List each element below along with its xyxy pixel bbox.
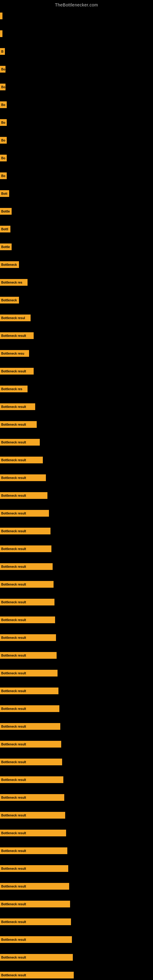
row-gap bbox=[0, 518, 153, 527]
bar-label: Bottleneck result bbox=[1, 760, 26, 764]
bar: Bottleneck result bbox=[0, 616, 55, 623]
bar-label: Bott bbox=[1, 192, 7, 196]
bar: Bottleneck result bbox=[0, 403, 35, 410]
bar: Bottleneck result bbox=[0, 581, 54, 588]
bar-label: Bottleneck result bbox=[1, 476, 26, 480]
bar-label: Bo bbox=[1, 156, 5, 160]
bar-label: Bo bbox=[1, 86, 5, 89]
bar-row: Bottleneck res bbox=[0, 385, 153, 393]
bar-label: Bottl bbox=[1, 228, 8, 231]
bar: Bottleneck result bbox=[0, 652, 57, 659]
bar-label: Bottleneck result bbox=[1, 814, 26, 817]
bar: Bottleneck result bbox=[0, 421, 37, 428]
row-gap bbox=[0, 234, 153, 243]
bar: Bottleneck result bbox=[0, 794, 64, 801]
bar-label: Bottleneck result bbox=[1, 618, 26, 622]
row-gap bbox=[0, 962, 153, 971]
row-gap bbox=[0, 678, 153, 687]
bar-label: Bottleneck result bbox=[1, 530, 26, 533]
row-gap bbox=[0, 56, 153, 65]
row-gap bbox=[0, 625, 153, 633]
row-gap bbox=[0, 927, 153, 935]
bar-label: Bottleneck result bbox=[1, 902, 26, 906]
bar-label: Bottleneck result bbox=[1, 743, 26, 746]
bar: Bo bbox=[0, 119, 7, 126]
bar-row: Bo bbox=[0, 154, 153, 162]
bar: Bottleneck result bbox=[0, 723, 60, 730]
bar-row: Bottleneck result bbox=[0, 971, 153, 979]
bar-row: Bottleneck result bbox=[0, 598, 153, 606]
bar-label: Bottleneck resul bbox=[1, 317, 25, 320]
bar-row: Bottleneck result bbox=[0, 633, 153, 642]
bar-row: Bo bbox=[0, 100, 153, 109]
row-gap bbox=[0, 287, 153, 296]
bar-row: Bottleneck result bbox=[0, 367, 153, 375]
bar: Bottleneck result bbox=[0, 936, 72, 943]
row-gap bbox=[0, 340, 153, 349]
bar-label: Bottleneck result bbox=[1, 458, 26, 462]
row-gap bbox=[0, 856, 153, 864]
row-gap bbox=[0, 163, 153, 172]
bar: Bottleneck result bbox=[0, 847, 67, 854]
bar-label: Bottleneck result bbox=[1, 423, 26, 426]
bar: Bottleneck result bbox=[0, 759, 62, 765]
bar: Bo bbox=[0, 101, 7, 108]
bar: Bottleneck result bbox=[0, 439, 40, 445]
bar: Bottleneck result bbox=[0, 492, 48, 499]
bar-label: Bottleneck result bbox=[1, 920, 26, 924]
row-gap bbox=[0, 430, 153, 438]
bar-label: Bo bbox=[1, 121, 5, 124]
bar-label: Bottleneck result bbox=[1, 636, 26, 640]
bar-row: B bbox=[0, 47, 153, 56]
bar: Bo bbox=[0, 66, 5, 73]
bar-label: Bottleneck result bbox=[1, 725, 26, 728]
bar: Bottleneck res bbox=[0, 279, 27, 286]
bar: Bottleneck result bbox=[0, 332, 33, 339]
bar-label: Bottleneck result bbox=[1, 370, 26, 373]
bar: Bottleneck result bbox=[0, 954, 73, 961]
bar: Bottleneck result bbox=[0, 510, 49, 517]
bar: Bottleneck result bbox=[0, 634, 56, 641]
bar-label: Bo bbox=[1, 68, 5, 71]
bar-row: Bott bbox=[0, 189, 153, 198]
bar: Bottleneck result bbox=[0, 883, 69, 890]
bar-row bbox=[0, 12, 153, 20]
site-title: TheBottlenecker.com bbox=[0, 0, 153, 9]
row-gap bbox=[0, 500, 153, 509]
bars-container: BBoBoBoBoBoBoBoBottBottleBottlBottleBott… bbox=[0, 9, 153, 980]
row-gap bbox=[0, 802, 153, 811]
row-gap bbox=[0, 216, 153, 225]
bar: Bo bbox=[0, 172, 7, 179]
bar: Bottleneck resu bbox=[0, 350, 29, 357]
bar-row: Bottleneck result bbox=[0, 491, 153, 500]
bar-row: Bottleneck result bbox=[0, 402, 153, 411]
bar: Bottleneck result bbox=[0, 918, 71, 925]
row-gap bbox=[0, 269, 153, 278]
row-gap bbox=[0, 696, 153, 705]
row-gap bbox=[0, 873, 153, 882]
bar: Bottl bbox=[0, 226, 10, 232]
row-gap bbox=[0, 749, 153, 758]
row-gap bbox=[0, 571, 153, 580]
bar-label: Bottleneck result bbox=[1, 583, 26, 586]
bar: Bottleneck result bbox=[0, 687, 59, 694]
row-gap bbox=[0, 820, 153, 829]
bar: B bbox=[0, 48, 5, 55]
bar-label: Bottleneck result bbox=[1, 494, 26, 497]
bar-label: Bottleneck result bbox=[1, 707, 26, 711]
bar-label: Bottleneck result bbox=[1, 334, 26, 337]
bar-row: Bottleneck result bbox=[0, 562, 153, 571]
bar-label: Bo bbox=[1, 174, 5, 178]
bar: Bottleneck result bbox=[0, 670, 57, 676]
bar: Bottleneck result bbox=[0, 972, 74, 978]
bar bbox=[0, 13, 2, 19]
bar-row: Bottleneck result bbox=[0, 616, 153, 624]
bar-label: Bottleneck result bbox=[1, 885, 26, 888]
bar: Bottleneck result bbox=[0, 474, 46, 481]
bar-label: Bottleneck result bbox=[1, 671, 26, 675]
bar: Bottleneck resul bbox=[0, 315, 30, 321]
bar: Bottleneck result bbox=[0, 563, 53, 570]
bar-row: Bottleneck result bbox=[0, 687, 153, 695]
row-gap bbox=[0, 731, 153, 740]
bar-label: Bottleneck bbox=[1, 299, 17, 302]
